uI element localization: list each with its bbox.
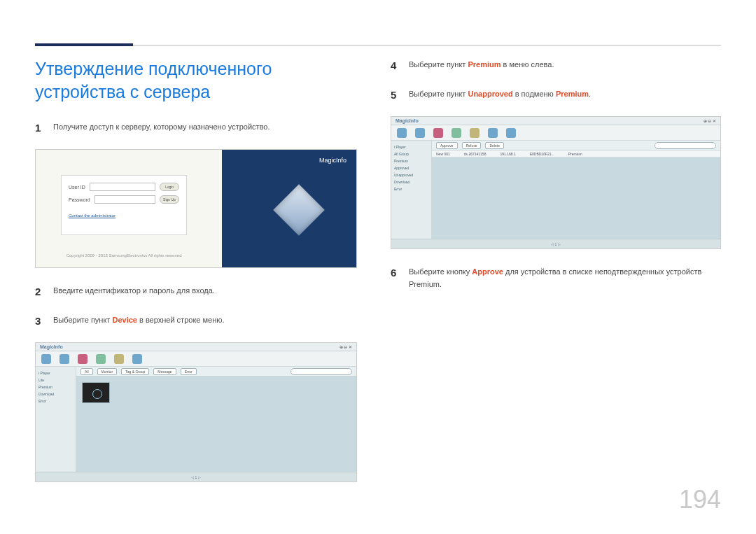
step-4: 4 Выберите пункт Premium в меню слева.: [391, 57, 721, 74]
row-name: New 001: [436, 152, 450, 156]
step-text: Выберите пункт Premium в меню слева.: [409, 57, 721, 74]
step-text: Выберите пункт Device в верхней строке м…: [53, 313, 357, 330]
top-rule-accent: [35, 43, 133, 46]
titlebar-icons: ⊕ ⊖ ✕: [704, 118, 716, 123]
manual-page: Утверждение подключенного устройства с с…: [0, 0, 756, 534]
sidebar-item-unapproved[interactable]: Unapproved: [394, 173, 428, 177]
device-thumbnail[interactable]: [82, 382, 110, 403]
login-form: User ID Login Password Sign Up Contact t…: [61, 175, 187, 235]
sidebar-item[interactable]: Premium: [38, 385, 73, 389]
step-number: 1: [35, 120, 43, 136]
delete-button[interactable]: Delete: [485, 142, 503, 149]
sidebar-item[interactable]: Download: [38, 392, 73, 396]
app-logo: MagicInfo: [40, 344, 63, 349]
highlight-unapproved: Unapproved: [468, 90, 512, 98]
sidebar-item[interactable]: All Group: [394, 152, 428, 156]
toolbar-icon[interactable]: [397, 128, 407, 138]
sidebar-item[interactable]: i Player: [394, 145, 428, 149]
sidebar-item[interactable]: Lite: [38, 378, 73, 382]
app-titlebar: MagicInfo ⊕ ⊖ ✕: [391, 117, 720, 125]
search-input[interactable]: [290, 368, 352, 375]
password-label: Password: [69, 197, 90, 202]
login-copyright: Copyright 2009 - 2013 SamsungElectronics…: [61, 253, 187, 258]
sidebar-item[interactable]: Approved: [394, 166, 428, 170]
app-sidebar: i Player Lite Premium Download Error: [36, 367, 76, 472]
screenshot-device-menu: MagicInfo ⊕ ⊖ ✕ i Player Lite Premium: [35, 342, 357, 482]
app-main: Approve Refuse Delete New 001 ds.2671411…: [432, 141, 720, 239]
segment-btn[interactable]: Message: [153, 368, 176, 375]
toolbar-icon[interactable]: [59, 354, 69, 364]
segment-btn[interactable]: Tag & Group: [121, 368, 149, 375]
diamond-icon: [273, 184, 325, 236]
segment-btn[interactable]: Monitor: [97, 368, 118, 375]
sidebar-item[interactable]: Error: [394, 187, 428, 191]
signup-button[interactable]: Sign Up: [160, 195, 179, 204]
step-number: 4: [391, 57, 399, 74]
sidebar-item[interactable]: Error: [38, 399, 73, 403]
step-text: Введите идентификатор и пароль для входа…: [53, 283, 357, 300]
row-mac: E0DBD10F21...: [530, 152, 554, 156]
toolbar-icon[interactable]: [132, 354, 142, 364]
login-button[interactable]: Login: [160, 183, 179, 191]
highlight-premium-sub: Premium: [556, 90, 589, 98]
segment-btn[interactable]: All: [80, 368, 93, 375]
app-statusbar: ◁ 1 ▷: [36, 472, 356, 482]
contact-admin-link[interactable]: Contact the administrator: [69, 213, 115, 218]
step-text: Выберите пункт Unapproved в подменю Prem…: [409, 87, 721, 104]
toolbar-icon[interactable]: [114, 354, 124, 364]
highlight-device: Device: [112, 316, 136, 324]
toolbar-icon-device[interactable]: [78, 354, 88, 364]
screenshot-login: User ID Login Password Sign Up Contact t…: [35, 149, 357, 268]
approve-button[interactable]: Approve: [436, 142, 458, 149]
toolbar-icon[interactable]: [488, 128, 498, 138]
left-column: Утверждение подключенного устройства с с…: [35, 57, 357, 498]
sidebar-item-premium[interactable]: Premium: [394, 159, 428, 163]
highlight-premium: Premium: [468, 60, 500, 69]
step-6: 6 Выберите кнопку Approve для устройства…: [391, 265, 721, 290]
toolbar-icon[interactable]: [470, 128, 479, 138]
sidebar-item[interactable]: i Player: [38, 371, 73, 375]
app-main: All Monitor Tag & Group Message Error: [76, 367, 356, 472]
search-input[interactable]: [654, 142, 716, 149]
app-statusbar: ◁ 1 ▷: [391, 239, 720, 248]
screenshot-unapproved-list: MagicInfo ⊕ ⊖ ✕ i Player All Group: [391, 116, 721, 249]
step-5: 5 Выберите пункт Unapproved в подменю Pr…: [391, 87, 721, 104]
toolbar-icon[interactable]: [41, 354, 51, 364]
segment-btn[interactable]: Error: [181, 368, 197, 375]
toolbar-icon[interactable]: [506, 128, 516, 138]
toolbar-icon[interactable]: [96, 354, 106, 364]
magicinfo-brand: MagicInfo: [319, 157, 346, 164]
highlight-approve: Approve: [472, 267, 503, 276]
step-text: Получите доступ к серверу, которому назн…: [53, 120, 357, 136]
userid-input[interactable]: [90, 183, 155, 191]
row-model: Premium: [568, 152, 582, 156]
step-number: 3: [35, 313, 43, 330]
step-2: 2 Введите идентификатор и пароль для вхо…: [35, 283, 357, 300]
step-number: 2: [35, 283, 43, 300]
userid-label: User ID: [69, 185, 85, 190]
login-hero-graphic: [260, 171, 337, 248]
toolbar-icon[interactable]: [451, 128, 461, 138]
section-title: Утверждение подключенного устройства с с…: [35, 57, 357, 103]
page-columns: Утверждение подключенного устройства с с…: [35, 57, 721, 498]
toolbar-icon-device[interactable]: [433, 128, 443, 138]
step-text: Выберите кнопку Approve для устройства в…: [409, 265, 721, 290]
step-number: 6: [391, 265, 399, 290]
sidebar-item[interactable]: Download: [394, 180, 428, 184]
titlebar-icons: ⊕ ⊖ ✕: [340, 344, 352, 349]
row-ip: 191.168.1: [500, 152, 515, 156]
device-row[interactable]: New 001 ds.267141158 191.168.1 E0DBD10F2…: [432, 150, 720, 157]
step-number: 5: [391, 87, 399, 104]
top-rule: [35, 45, 721, 45]
password-input[interactable]: [94, 195, 155, 204]
app-toolbar: [36, 351, 356, 367]
app-titlebar: MagicInfo ⊕ ⊖ ✕: [36, 343, 356, 351]
toolbar-icon[interactable]: [415, 128, 425, 138]
app-logo: MagicInfo: [396, 118, 419, 123]
app-sidebar: i Player All Group Premium Approved Unap…: [391, 141, 432, 239]
page-number: 194: [679, 485, 721, 514]
right-column: 4 Выберите пункт Premium в меню слева. 5…: [391, 57, 721, 498]
refuse-button[interactable]: Refuse: [462, 142, 482, 149]
row-group: ds.267141158: [464, 152, 486, 156]
step-1: 1 Получите доступ к серверу, которому на…: [35, 120, 357, 136]
